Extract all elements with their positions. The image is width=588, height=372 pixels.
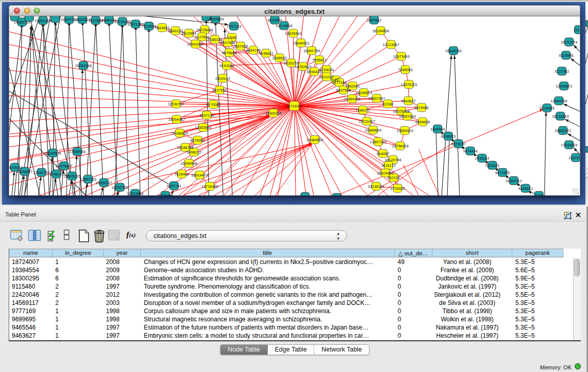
svg-text:6497568: 6497568 — [336, 88, 351, 93]
svg-text:9227342: 9227342 — [555, 69, 569, 74]
svg-text:7632621: 7632621 — [485, 163, 499, 168]
svg-text:11123: 11123 — [574, 28, 580, 32]
svg-text:16961755: 16961755 — [303, 49, 320, 53]
svg-text:16782759: 16782759 — [112, 185, 128, 190]
svg-text:18300295: 18300295 — [265, 111, 281, 116]
svg-text:19054982: 19054982 — [168, 117, 185, 122]
svg-text:21364436: 21364436 — [344, 97, 360, 101]
svg-text:10973493: 10973493 — [393, 54, 409, 59]
svg-text:18226058: 18226058 — [197, 28, 213, 32]
svg-text:8912954: 8912954 — [182, 31, 196, 36]
svg-text:16524851: 16524851 — [377, 171, 394, 176]
svg-text:11530737: 11530737 — [168, 102, 184, 106]
svg-text:16033809: 16033809 — [207, 17, 224, 21]
svg-text:12505135: 12505135 — [64, 174, 80, 179]
svg-text:8215955: 8215955 — [540, 106, 554, 111]
svg-text:12975115: 12975115 — [401, 82, 417, 87]
svg-text:15046788: 15046788 — [177, 145, 193, 150]
svg-text:9463627: 9463627 — [401, 99, 416, 103]
svg-text:2935114: 2935114 — [475, 156, 489, 161]
svg-text:16154808: 16154808 — [373, 29, 389, 33]
svg-text:18762615: 18762615 — [295, 64, 311, 69]
svg-text:1527602: 1527602 — [89, 18, 103, 23]
svg-text:8660123: 8660123 — [168, 29, 183, 33]
svg-text:1546: 1546 — [228, 35, 236, 40]
svg-text:15692971: 15692971 — [555, 128, 571, 133]
svg-text:19756928: 19756928 — [392, 144, 408, 148]
svg-text:16120746: 16120746 — [385, 158, 401, 162]
svg-text:8427552: 8427552 — [212, 88, 227, 93]
svg-text:17359934: 17359934 — [69, 149, 85, 154]
svg-text:7663822: 7663822 — [155, 26, 169, 30]
svg-text:10025438: 10025438 — [393, 109, 409, 114]
svg-text:10958107: 10958107 — [96, 181, 112, 185]
svg-text:9115460: 9115460 — [415, 105, 429, 110]
svg-text:13325419: 13325419 — [285, 31, 301, 36]
svg-text:17016504: 17016504 — [561, 143, 577, 147]
svg-text:1615172: 1615172 — [381, 163, 396, 168]
svg-text:6879197: 6879197 — [451, 142, 466, 146]
svg-text:12093872: 12093872 — [556, 84, 572, 89]
svg-text:13807299: 13807299 — [370, 140, 386, 144]
svg-text:7625402: 7625402 — [175, 172, 189, 177]
svg-text:9146821: 9146821 — [259, 51, 273, 56]
svg-text:15640910: 15640910 — [293, 41, 309, 46]
svg-text:62160: 62160 — [332, 195, 342, 196]
svg-text:11156827: 11156827 — [16, 169, 32, 174]
svg-text:20091406: 20091406 — [35, 18, 51, 23]
svg-text:10975887: 10975887 — [56, 164, 72, 168]
svg-text:19654923: 19654923 — [397, 128, 413, 133]
svg-text:18724007: 18724007 — [286, 104, 302, 108]
svg-text:1145193: 1145193 — [49, 172, 63, 177]
svg-text:6794024: 6794024 — [319, 68, 334, 72]
svg-text:12444159: 12444159 — [551, 99, 567, 103]
svg-text:9777169: 9777169 — [332, 80, 346, 85]
svg-text:20206535: 20206535 — [45, 151, 61, 156]
svg-text:6899695: 6899695 — [416, 120, 430, 124]
svg-text:14055712: 14055712 — [14, 20, 30, 25]
svg-text:252214: 252214 — [387, 176, 400, 180]
svg-text:10543362: 10543362 — [187, 42, 204, 47]
svg-text:13353594: 13353594 — [195, 125, 211, 130]
svg-text:9245: 9245 — [535, 193, 543, 196]
svg-text:16210643: 16210643 — [552, 114, 569, 119]
svg-text:10807487: 10807487 — [368, 96, 385, 101]
svg-text:4170062: 4170062 — [206, 102, 221, 107]
svg-text:8675685: 8675685 — [222, 51, 236, 55]
svg-text:2087682: 2087682 — [367, 18, 381, 23]
svg-text:17957253: 17957253 — [80, 177, 96, 182]
svg-text:1440954: 1440954 — [430, 127, 445, 132]
svg-text:8813054: 8813054 — [268, 18, 282, 23]
svg-text:10654112: 10654112 — [506, 179, 522, 183]
svg-text:984067: 984067 — [377, 151, 389, 156]
svg-text:15751074: 15751074 — [561, 40, 577, 45]
svg-text:7386372: 7386372 — [356, 108, 370, 113]
svg-text:11023448: 11023448 — [157, 193, 173, 196]
svg-text:7955812: 7955812 — [312, 58, 326, 62]
svg-text:7515526: 7515526 — [142, 24, 156, 29]
svg-text:3267130: 3267130 — [200, 113, 214, 118]
svg-text:8678352: 8678352 — [190, 138, 205, 143]
svg-text:19166825: 19166825 — [171, 131, 188, 136]
svg-text:1167533: 1167533 — [569, 156, 580, 160]
svg-text:10688609: 10688609 — [365, 128, 381, 133]
svg-text:8471626: 8471626 — [495, 170, 510, 175]
svg-text:14957694: 14957694 — [399, 114, 416, 119]
svg-text:19218506: 19218506 — [276, 24, 292, 28]
svg-text:13245574: 13245574 — [356, 91, 372, 95]
svg-text:14136141: 14136141 — [368, 184, 384, 189]
svg-text:16914479: 16914479 — [191, 173, 208, 178]
svg-text:1733426: 1733426 — [298, 194, 312, 196]
svg-text:9857791: 9857791 — [167, 184, 181, 188]
svg-text:9474444: 9474444 — [463, 149, 477, 154]
svg-text:12342737: 12342737 — [33, 170, 50, 175]
svg-text:16648784: 16648784 — [445, 49, 462, 53]
svg-text:1733426: 1733426 — [390, 186, 405, 191]
svg-text:12023448: 12023448 — [127, 191, 143, 196]
svg-text:15720407: 15720407 — [359, 119, 375, 124]
svg-text:9245612: 9245612 — [518, 186, 533, 191]
svg-text:5498222: 5498222 — [187, 150, 201, 155]
svg-text:15409948: 15409948 — [181, 161, 197, 166]
svg-text:19384554: 19384554 — [307, 138, 323, 142]
svg-text:62160: 62160 — [383, 102, 393, 106]
